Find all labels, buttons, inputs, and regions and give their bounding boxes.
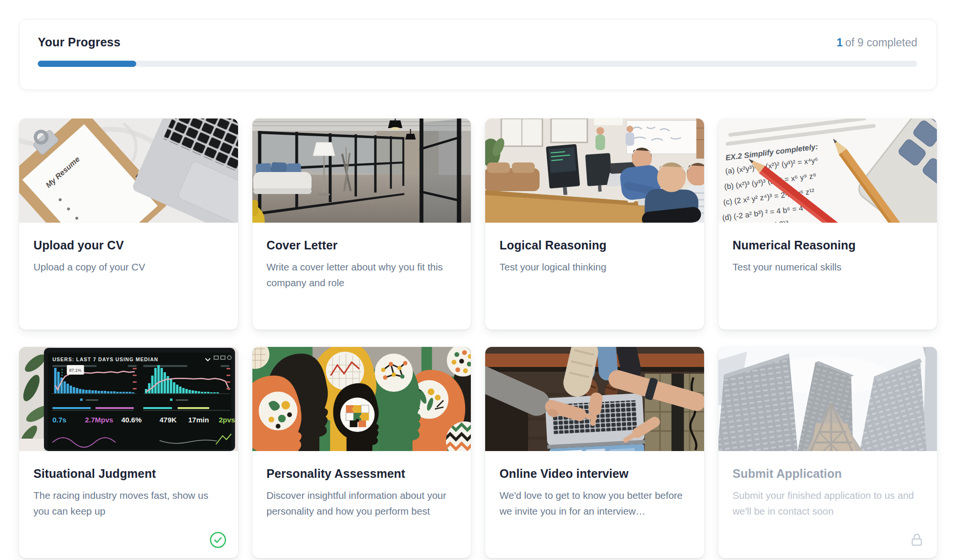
card-title: Logical Reasoning — [500, 238, 692, 252]
card-body: Numerical Reasoning Test your numerical … — [718, 223, 937, 275]
card-body: Online Video interview We'd love to get … — [485, 451, 704, 519]
dashboard-stat-4: 479K — [160, 416, 177, 424]
personality-assessment-illustration — [252, 347, 471, 451]
card-description: Discover insightful information about yo… — [267, 488, 459, 519]
cover-letter-photo — [252, 118, 471, 223]
card-title: Upload your CV — [33, 238, 226, 252]
card-description: Upload a copy of your CV — [33, 259, 226, 275]
submit-application-photo — [718, 347, 937, 451]
upload-cv-photo: My Resume — [19, 118, 238, 223]
check-circle-icon — [209, 531, 227, 549]
progress-bar-track — [38, 61, 917, 67]
progress-count-label: of 9 completed — [845, 36, 917, 49]
card-description: Write a cover letter about why you fit t… — [267, 259, 459, 291]
situational-judgment-photo: USERS: LAST 7 DAYS USING MEDIAN 87.1% — [19, 347, 238, 451]
card-body: Submit Application Submit your finished … — [718, 451, 937, 519]
card-online-video-interview[interactable]: Online Video interview We'd love to get … — [485, 347, 704, 558]
progress-title: Your Progress — [38, 35, 120, 49]
card-cover-letter[interactable]: Cover Letter Write a cover letter about … — [252, 118, 471, 330]
card-title: Online Video interview — [500, 467, 692, 481]
numerical-reasoning-photo: EX.2 Simplify completely: (a) (x²y³)² = … — [718, 118, 937, 223]
card-title: Numerical Reasoning — [733, 238, 925, 252]
dashboard-stat-6: 2pvs — [219, 416, 235, 424]
card-logical-reasoning[interactable]: Logical Reasoning Test your logical thin… — [485, 118, 704, 330]
online-video-interview-photo — [485, 347, 704, 451]
logical-reasoning-photo — [485, 118, 704, 223]
card-body: Personality Assessment Discover insightf… — [252, 451, 471, 519]
card-description: Submit your finished application to us a… — [733, 488, 925, 519]
card-body: Cover Letter Write a cover letter about … — [252, 223, 471, 291]
card-title: Submit Application — [733, 467, 925, 481]
card-body: Logical Reasoning Test your logical thin… — [485, 223, 704, 275]
progress-card: Your Progress 1of 9 completed — [19, 19, 937, 90]
card-upload-cv[interactable]: My Resume — [19, 118, 238, 330]
progress-count-value: 1 — [836, 36, 843, 49]
card-body: Upload your CV Upload a copy of your CV — [19, 223, 238, 275]
dashboard-header: USERS: LAST 7 DAYS USING MEDIAN — [53, 356, 158, 362]
card-description: We'd love to get to know you better befo… — [500, 488, 692, 519]
dashboard-stat-5: 17min — [188, 416, 209, 424]
progress-header: Your Progress 1of 9 completed — [38, 35, 917, 49]
card-title: Situational Judgment — [33, 467, 226, 481]
dashboard-stat-2: 2.7Mpvs — [85, 416, 113, 424]
lock-icon — [908, 531, 925, 549]
progress-count: 1of 9 completed — [836, 36, 917, 49]
card-description: The racing industry moves fast, show us … — [33, 488, 226, 519]
card-title: Personality Assessment — [267, 467, 459, 481]
card-body: Situational Judgment The racing industry… — [19, 451, 238, 519]
card-title: Cover Letter — [267, 238, 459, 252]
dashboard-stat-3: 40.6% — [121, 416, 142, 424]
card-situational-judgment[interactable]: USERS: LAST 7 DAYS USING MEDIAN 87.1% — [19, 347, 238, 558]
dashboard-stat-1: 0.7s — [53, 416, 66, 424]
card-submit-application: Submit Application Submit your finished … — [718, 347, 937, 558]
card-personality-assessment[interactable]: Personality Assessment Discover insightf… — [252, 347, 471, 558]
card-description: Test your logical thinking — [500, 259, 692, 275]
progress-bar-fill — [38, 61, 136, 67]
dashboard-tooltip: 87.1% — [69, 368, 82, 373]
card-description: Test your numerical skills — [733, 259, 925, 275]
task-card-grid: My Resume — [19, 118, 937, 558]
card-numerical-reasoning[interactable]: EX.2 Simplify completely: (a) (x²y³)² = … — [718, 118, 937, 330]
